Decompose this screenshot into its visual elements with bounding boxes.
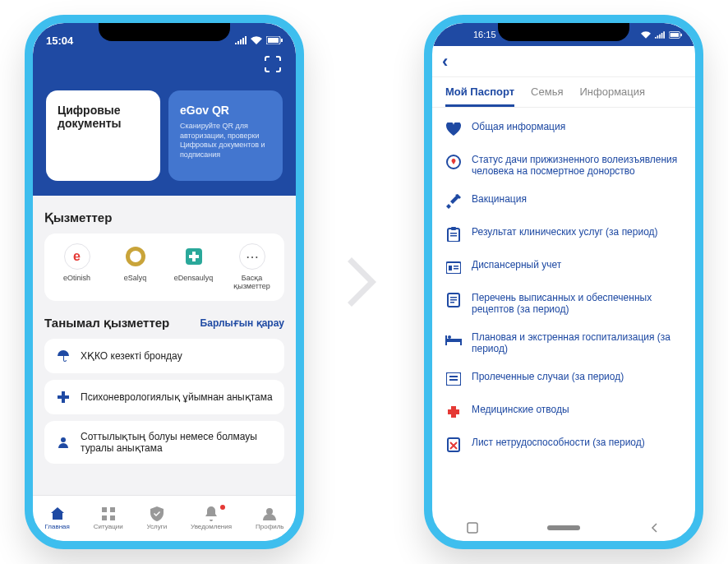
tab-info[interactable]: Информация — [579, 86, 645, 107]
service-esalyq[interactable]: eSalyq — [107, 243, 164, 291]
eotinish-icon: e — [64, 243, 90, 270]
list-item[interactable]: Медицинские отводы — [432, 395, 695, 428]
svg-rect-27 — [454, 268, 458, 270]
services-heading: Қызметтер — [44, 210, 284, 225]
medical-exemption-icon — [445, 404, 462, 420]
popular-item[interactable]: Психоневрологиялық ұйымнан анықтама — [44, 380, 284, 414]
list-item[interactable]: Лист нетрудоспособности (за период) — [432, 428, 695, 461]
nav-profile[interactable]: Профиль — [256, 506, 284, 530]
hospital-bed-icon — [445, 331, 462, 348]
android-back-icon[interactable] — [649, 522, 661, 534]
list-item[interactable]: Плановая и экстренная госпитализация (за… — [432, 323, 695, 363]
list-item-label: Общая информация — [472, 121, 565, 132]
list-item[interactable]: Вакцинация — [432, 185, 695, 218]
svg-rect-40 — [468, 523, 477, 533]
wifi-icon — [251, 36, 262, 44]
more-icon: ⋯ — [239, 243, 265, 270]
edensaulyq-icon — [181, 243, 207, 270]
service-label: eSalyq — [124, 275, 147, 283]
nav-label: Уведомления — [191, 523, 232, 530]
svg-rect-7 — [189, 255, 199, 258]
svg-rect-13 — [102, 515, 107, 520]
list-item-label: Диспансерный учет — [472, 259, 561, 270]
person-icon — [56, 435, 71, 450]
umbrella-icon — [56, 349, 71, 363]
list-item-label: Вакцинация — [472, 193, 527, 205]
signal-icon — [235, 36, 247, 44]
svg-rect-23 — [450, 235, 457, 237]
scan-qr-button[interactable] — [265, 56, 281, 72]
nav-label: Услуги — [147, 523, 168, 530]
nav-services[interactable]: Услуги — [147, 506, 168, 530]
nav-label: Ситуации — [94, 523, 123, 530]
syringe-icon — [445, 193, 462, 210]
svg-rect-41 — [547, 525, 580, 530]
digital-documents-card[interactable]: Цифровые документы — [46, 90, 160, 181]
battery-icon — [669, 31, 682, 39]
tab-my-passport[interactable]: Мой Паспорт — [445, 86, 514, 107]
list-item[interactable]: Результат клинических услуг (за период) — [432, 218, 695, 251]
list-item[interactable]: Общая информация — [432, 113, 695, 146]
popular-item-label: ХҚКО кезекті брондау — [81, 350, 182, 362]
svg-rect-9 — [58, 395, 69, 399]
register-icon — [445, 259, 462, 275]
list-item[interactable]: Диспансерный учет — [432, 251, 695, 284]
svg-rect-33 — [445, 335, 447, 345]
popular-item-label: Психоневрологиялық ұйымнан анықтама — [81, 391, 273, 403]
svg-rect-18 — [680, 33, 682, 35]
service-edensaulyq[interactable]: eDensaulyq — [165, 243, 223, 291]
battery-icon — [266, 36, 283, 44]
plus-icon — [56, 390, 71, 405]
popular-item[interactable]: Соттылықтың болуы немесе болмауы туралы … — [44, 421, 284, 464]
list-item-label: Медицинские отводы — [472, 404, 569, 415]
home-body: Қызметтер e eOtinish eSalyq — [33, 196, 296, 495]
treated-cases-icon — [445, 371, 462, 387]
view-all-link[interactable]: Барлығын қарау — [200, 317, 284, 329]
shield-icon — [150, 506, 164, 521]
notification-badge — [220, 505, 225, 510]
popular-heading: Танымал қызметтер — [44, 316, 169, 331]
service-label: eOtinish — [63, 275, 90, 283]
card-title: eGov QR — [180, 104, 271, 117]
svg-rect-17 — [670, 33, 679, 37]
list-item[interactable]: Перечень выписанных и обеспеченных рецеп… — [432, 284, 695, 323]
android-recent-icon[interactable] — [467, 522, 478, 534]
list-item-label: Лист нетрудоспособности (за период) — [472, 437, 645, 448]
svg-point-35 — [448, 335, 451, 339]
list-item[interactable]: Статус дачи прижизненного волеизъявления… — [432, 146, 695, 185]
card-desc: Сканируйте QR для авторизации, проверки … — [180, 122, 271, 160]
list-item[interactable]: Пролеченные случаи (за период) — [432, 363, 695, 395]
bottom-nav: Главная Ситуации Услуги Уведомления — [33, 495, 296, 541]
phone-passport: 16:15 ‹ Мой Паспорт Семья Информация Общ… — [424, 15, 703, 549]
list-item-label: Статус дачи прижизненного волеизъявления… — [472, 154, 682, 177]
medical-list: Общая информация Статус дачи прижизненно… — [432, 108, 695, 515]
android-home-icon[interactable] — [547, 525, 580, 530]
signal-icon — [655, 31, 665, 39]
phone-home: 15:04 Цифровые документы eGov QR Сканиру… — [25, 15, 304, 549]
svg-rect-1 — [268, 38, 279, 43]
svg-point-15 — [266, 508, 273, 515]
service-label: eDensaulyq — [174, 275, 214, 283]
back-button[interactable]: ‹ — [442, 51, 448, 72]
services-row: e eOtinish eSalyq eDensaulyq — [44, 233, 284, 301]
svg-rect-32 — [445, 339, 462, 342]
service-eotinish[interactable]: e eOtinish — [48, 243, 106, 291]
tabs: Мой Паспорт Семья Информация — [432, 77, 695, 108]
service-more[interactable]: ⋯ Басқа қызметтер — [223, 243, 281, 291]
nav-situations[interactable]: Ситуации — [94, 506, 123, 530]
card-title: Цифровые документы — [58, 104, 149, 130]
donor-icon — [445, 154, 462, 170]
status-icons — [641, 31, 682, 39]
nav-notifications[interactable]: Уведомления — [191, 506, 232, 530]
service-label: Басқа қызметтер — [223, 275, 281, 291]
tab-family[interactable]: Семья — [531, 86, 563, 107]
device-notch — [99, 23, 230, 41]
nav-home[interactable]: Главная — [44, 506, 69, 530]
wifi-icon — [641, 31, 651, 39]
nav-label: Главная — [44, 523, 69, 530]
popular-item[interactable]: ХҚКО кезекті брондау — [44, 339, 284, 373]
egov-qr-card[interactable]: eGov QR Сканируйте QR для авторизации, п… — [168, 90, 283, 181]
nav-label: Профиль — [256, 523, 284, 530]
clipboard-icon — [445, 226, 462, 243]
device-notch — [498, 23, 629, 41]
